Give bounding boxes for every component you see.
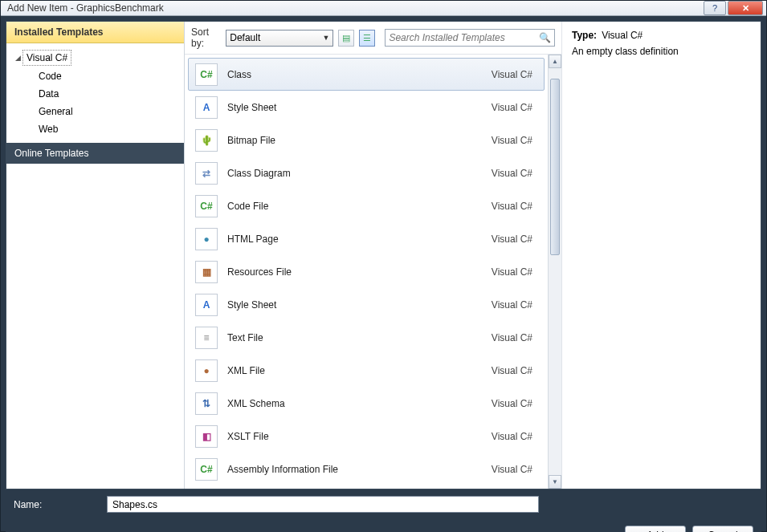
template-language: Visual C# [492, 398, 537, 409]
template-icon: ⇄ [195, 162, 218, 185]
medium-icons-button[interactable]: ☰ [359, 30, 375, 47]
template-name: Style Sheet [227, 299, 492, 311]
template-name: Text File [227, 332, 492, 343]
search-icon[interactable]: 🔍 [539, 32, 551, 43]
template-item[interactable]: ◧XSLT FileVisual C# [188, 420, 545, 453]
template-name: Bitmap File [227, 135, 492, 146]
template-name: Style Sheet [227, 102, 492, 113]
template-icon: 🌵 [195, 129, 218, 152]
details-panel: Type: Visual C# An empty class definitio… [561, 22, 761, 489]
template-icon: C# [195, 63, 218, 86]
template-language: Visual C# [492, 299, 537, 311]
tree-children: Code Data General Web [13, 67, 184, 138]
template-language: Visual C# [492, 266, 537, 278]
template-icon: A [195, 96, 218, 119]
template-name: HTML Page [227, 234, 492, 245]
cancel-button[interactable]: Cancel [692, 526, 753, 532]
template-item[interactable]: ▦Resources FileVisual C# [188, 255, 545, 288]
template-icon: ● [195, 359, 218, 382]
name-input[interactable] [107, 496, 539, 513]
template-item[interactable]: ⇄Class DiagramVisual C# [188, 156, 545, 189]
tree-node-code[interactable]: Code [35, 67, 184, 85]
template-name: XML Schema [227, 398, 492, 409]
template-name: Class [227, 69, 492, 80]
expander-icon[interactable]: ◢ [13, 54, 22, 62]
template-tree: ◢ Visual C# Code Data General Web [6, 43, 184, 143]
scroll-thumb[interactable] [550, 79, 560, 255]
scrollbar[interactable]: ▲ ▼ [548, 55, 561, 489]
templates-list[interactable]: C#ClassVisual C#AStyle SheetVisual C#🌵Bi… [185, 55, 548, 489]
template-language: Visual C# [492, 201, 537, 212]
tree-label: Visual C# [22, 50, 71, 66]
template-item[interactable]: C#ClassVisual C# [188, 58, 545, 91]
template-language: Visual C# [492, 332, 537, 343]
template-item[interactable]: C#Assembly Information FileVisual C# [188, 453, 545, 485]
name-label: Name: [14, 499, 91, 510]
sort-by-select[interactable]: Default ▼ [226, 30, 333, 47]
dialog-body: Installed Templates ◢ Visual C# Code Dat… [6, 21, 761, 532]
template-language: Visual C# [492, 135, 537, 146]
sort-value: Default [230, 32, 260, 43]
template-icon: A [195, 294, 218, 316]
list-wrap: C#ClassVisual C#AStyle SheetVisual C#🌵Bi… [185, 55, 561, 489]
titlebar: Add New Item - GraphicsBenchmark ? ✕ [1, 1, 766, 16]
center-panel: Sort by: Default ▼ ▤ ☰ 🔍 C#ClassVisual C… [185, 22, 561, 489]
main-area: Installed Templates ◢ Visual C# Code Dat… [6, 21, 761, 489]
name-row: Name: [6, 489, 761, 519]
template-item[interactable]: C#Code FileVisual C# [188, 189, 545, 222]
template-item[interactable]: AStyle SheetVisual C# [188, 288, 545, 321]
template-name: XSLT File [227, 431, 492, 442]
template-name: Code File [227, 201, 492, 212]
template-language: Visual C# [492, 69, 537, 80]
scroll-up-button[interactable]: ▲ [549, 55, 561, 68]
template-name: Resources File [227, 266, 492, 278]
template-language: Visual C# [492, 464, 537, 475]
close-button[interactable]: ✕ [728, 1, 763, 15]
template-icon: ≡ [195, 327, 218, 349]
template-icon: C# [195, 195, 218, 217]
installed-templates-header: Installed Templates [6, 22, 184, 43]
template-icon: C# [195, 458, 218, 481]
template-item[interactable]: ●HTML PageVisual C# [188, 222, 545, 255]
template-language: Visual C# [492, 431, 537, 442]
template-language: Visual C# [492, 234, 537, 245]
template-icon: ⇅ [195, 392, 218, 415]
window-title: Add New Item - GraphicsBenchmark [4, 2, 702, 14]
template-name: Class Diagram [227, 168, 492, 179]
details-type-row: Type: Visual C# [572, 30, 751, 41]
template-name: Assembly Information File [227, 464, 492, 475]
tree-node-general[interactable]: General [35, 103, 184, 120]
template-item[interactable]: 🌵Bitmap FileVisual C# [188, 124, 545, 156]
tree-node-data[interactable]: Data [35, 85, 184, 103]
add-button[interactable]: Add [625, 526, 686, 532]
details-description: An empty class definition [572, 46, 751, 57]
details-type-value: Visual C# [602, 30, 643, 41]
tree-node-visual-csharp[interactable]: ◢ Visual C# [13, 48, 184, 67]
help-button[interactable]: ? [704, 1, 726, 15]
small-icons-button[interactable]: ▤ [338, 30, 354, 47]
tree-node-web[interactable]: Web [35, 120, 184, 138]
dialog-window: Add New Item - GraphicsBenchmark ? ✕ Ins… [0, 0, 767, 532]
button-row: Add Cancel [6, 519, 761, 532]
template-icon: ● [195, 228, 218, 250]
template-item[interactable]: ●XML FileVisual C# [188, 354, 545, 387]
search-box[interactable]: 🔍 [385, 29, 555, 47]
toolbar: Sort by: Default ▼ ▤ ☰ 🔍 [185, 22, 561, 55]
template-language: Visual C# [492, 102, 537, 113]
sort-by-label: Sort by: [191, 26, 221, 49]
template-item[interactable]: AStyle SheetVisual C# [188, 91, 545, 124]
scroll-down-button[interactable]: ▼ [549, 475, 561, 489]
template-language: Visual C# [492, 365, 537, 376]
sidebar: Installed Templates ◢ Visual C# Code Dat… [6, 22, 185, 489]
template-name: XML File [227, 365, 492, 376]
template-item[interactable]: ⇅XML SchemaVisual C# [188, 387, 545, 420]
online-templates[interactable]: Online Templates [6, 143, 184, 164]
search-input[interactable] [389, 32, 539, 43]
template-item[interactable]: ≡Text FileVisual C# [188, 321, 545, 354]
template-icon: ◧ [195, 425, 218, 448]
template-icon: ▦ [195, 261, 218, 283]
template-language: Visual C# [492, 168, 537, 179]
details-type-label: Type: [572, 30, 597, 41]
chevron-down-icon: ▼ [322, 34, 329, 42]
